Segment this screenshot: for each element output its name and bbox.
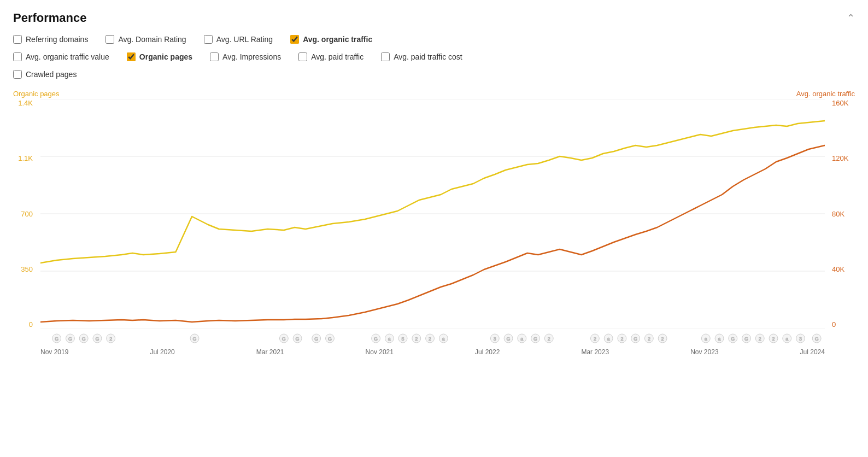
svg-point-71 <box>783 334 791 343</box>
svg-point-29 <box>398 334 407 343</box>
checkbox-avg-url-rating-input[interactable] <box>204 35 213 44</box>
svg-point-43 <box>531 334 540 343</box>
svg-text:G: G <box>95 336 99 342</box>
x-label-3: Nov 2021 <box>366 348 394 356</box>
svg-point-31 <box>412 334 421 343</box>
chart-svg <box>40 99 825 329</box>
svg-text:2: 2 <box>429 336 431 342</box>
y-tick-left-4: 1.4K <box>13 99 33 107</box>
checkbox-avg-paid-traffic[interactable]: Avg. paid traffic <box>298 52 363 61</box>
svg-point-27 <box>385 334 394 343</box>
svg-point-61 <box>715 334 724 343</box>
svg-text:G: G <box>55 336 58 342</box>
checkbox-avg-paid-traffic-label: Avg. paid traffic <box>311 52 363 61</box>
y-tick-right-2: 80K <box>832 210 855 218</box>
checkbox-organic-pages-input[interactable] <box>127 52 136 61</box>
checkboxes-row-1: Referring domains Avg. Domain Rating Avg… <box>13 35 855 50</box>
svg-point-9 <box>79 334 88 343</box>
checkbox-avg-domain-rating-input[interactable] <box>105 35 114 44</box>
svg-text:a: a <box>520 336 523 342</box>
svg-point-45 <box>544 334 553 343</box>
checkbox-avg-organic-traffic-value-label: Avg. organic traffic value <box>26 52 109 61</box>
svg-point-57 <box>658 334 667 343</box>
chart-area: Organic pages Avg. organic traffic 1.4K … <box>13 90 855 361</box>
checkbox-avg-paid-traffic-input[interactable] <box>298 52 307 61</box>
svg-point-51 <box>618 334 626 343</box>
svg-text:3: 3 <box>799 336 802 342</box>
svg-text:G: G <box>815 336 819 342</box>
svg-text:G: G <box>634 336 637 342</box>
svg-point-15 <box>190 334 199 343</box>
svg-point-53 <box>631 334 640 343</box>
svg-point-5 <box>52 334 61 343</box>
svg-point-25 <box>372 334 380 343</box>
checkbox-organic-pages-label: Organic pages <box>139 52 192 61</box>
svg-text:G: G <box>193 336 197 342</box>
svg-text:G: G <box>68 336 72 342</box>
svg-point-21 <box>312 334 321 343</box>
svg-text:G: G <box>82 336 86 342</box>
svg-point-73 <box>796 334 805 343</box>
y-tick-right-0: 0 <box>832 320 855 329</box>
x-label-6: Nov 2023 <box>690 348 718 356</box>
svg-point-11 <box>93 334 102 343</box>
svg-text:a: a <box>607 336 610 342</box>
organic-pages-line <box>40 121 825 263</box>
svg-point-17 <box>279 334 288 343</box>
checkbox-referring-domains[interactable]: Referring domains <box>13 35 88 44</box>
y-tick-left-3: 1.1K <box>13 154 33 162</box>
checkbox-avg-organic-traffic[interactable]: Avg. organic traffic <box>290 35 372 44</box>
left-axis-label: Organic pages <box>13 90 60 98</box>
checkbox-avg-organic-traffic-label: Avg. organic traffic <box>303 35 372 44</box>
svg-text:a: a <box>442 336 445 342</box>
checkbox-avg-organic-traffic-value-input[interactable] <box>13 52 22 61</box>
svg-text:5: 5 <box>402 336 404 342</box>
svg-text:2: 2 <box>594 336 596 342</box>
svg-text:G: G <box>744 336 748 342</box>
chart-container: 1.4K 1.1K 700 350 0 160K 120K 80K 40K 0 <box>13 99 855 361</box>
checkbox-avg-paid-traffic-cost-input[interactable] <box>381 52 390 61</box>
collapse-icon[interactable]: ⌃ <box>847 12 855 24</box>
checkbox-organic-pages[interactable]: Organic pages <box>127 52 192 61</box>
checkbox-avg-paid-traffic-cost[interactable]: Avg. paid traffic cost <box>381 52 462 61</box>
svg-text:2: 2 <box>759 336 761 342</box>
checkboxes-row-3: Crawled pages <box>13 70 855 85</box>
checkbox-avg-organic-traffic-value[interactable]: Avg. organic traffic value <box>13 52 109 61</box>
checkbox-crawled-pages-input[interactable] <box>13 70 22 79</box>
y-tick-left-1: 350 <box>13 265 33 273</box>
chart-axis-labels: Organic pages Avg. organic traffic <box>13 90 855 98</box>
svg-text:3: 3 <box>494 336 496 342</box>
svg-point-7 <box>66 334 75 343</box>
checkbox-referring-domains-input[interactable] <box>13 35 22 44</box>
svg-point-13 <box>107 334 115 343</box>
svg-point-47 <box>590 334 599 343</box>
svg-point-49 <box>604 334 613 343</box>
x-label-2: Mar 2021 <box>256 348 284 356</box>
checkbox-avg-url-rating[interactable]: Avg. URL Rating <box>204 35 273 44</box>
svg-text:a: a <box>718 336 721 342</box>
svg-text:2: 2 <box>620 336 623 342</box>
svg-point-41 <box>518 334 526 343</box>
svg-text:2: 2 <box>109 336 112 342</box>
svg-point-63 <box>729 334 737 343</box>
y-tick-left-0: 0 <box>13 320 33 329</box>
svg-text:G: G <box>282 336 286 342</box>
checkboxes-row-2: Avg. organic traffic value Organic pages… <box>13 52 855 68</box>
checkbox-avg-organic-traffic-input[interactable] <box>290 35 299 44</box>
svg-text:a: a <box>785 336 788 342</box>
checkbox-avg-paid-traffic-cost-label: Avg. paid traffic cost <box>394 52 462 61</box>
checkbox-crawled-pages[interactable]: Crawled pages <box>13 70 77 79</box>
checkbox-avg-domain-rating-label: Avg. Domain Rating <box>118 35 186 44</box>
svg-text:2: 2 <box>661 336 664 342</box>
section-header: Performance ⌃ <box>13 11 855 25</box>
avg-organic-traffic-line <box>40 145 825 322</box>
x-axis-labels: Nov 2019 Jul 2020 Mar 2021 Nov 2021 Jul … <box>40 348 825 356</box>
checkbox-avg-impressions-input[interactable] <box>210 52 219 61</box>
svg-text:G: G <box>533 336 537 342</box>
annotation-row: G G G G 2 G G <box>40 333 825 344</box>
svg-point-37 <box>490 334 499 343</box>
checkbox-avg-domain-rating[interactable]: Avg. Domain Rating <box>105 35 186 44</box>
checkbox-avg-impressions[interactable]: Avg. Impressions <box>210 52 281 61</box>
section-title: Performance <box>13 11 87 25</box>
x-label-7: Jul 2024 <box>800 348 825 356</box>
